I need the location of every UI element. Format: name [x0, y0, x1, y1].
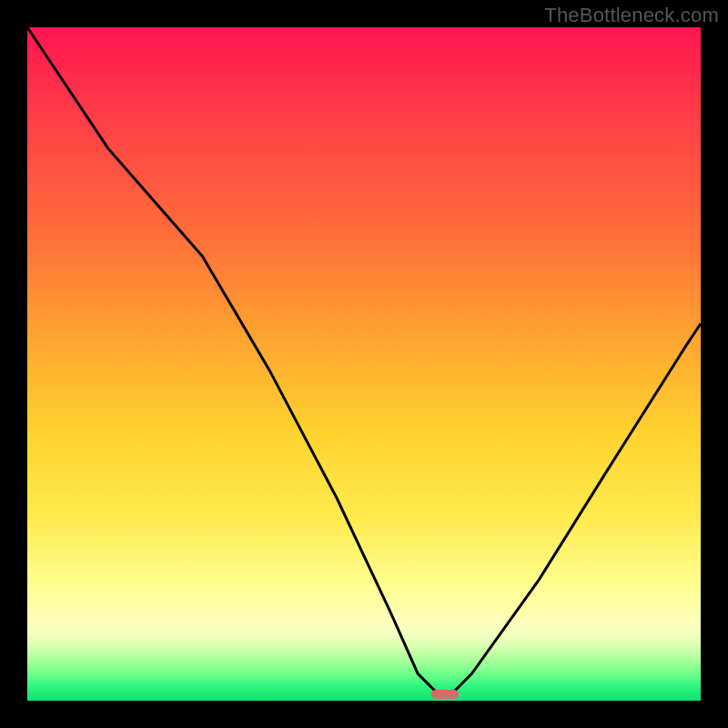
curve-svg	[27, 27, 701, 701]
watermark-text: TheBottleneck.com	[544, 4, 719, 27]
bottleneck-curve-path	[27, 27, 701, 694]
minimum-marker	[431, 690, 459, 699]
plot-area	[27, 27, 701, 701]
chart-container: TheBottleneck.com	[0, 0, 728, 728]
